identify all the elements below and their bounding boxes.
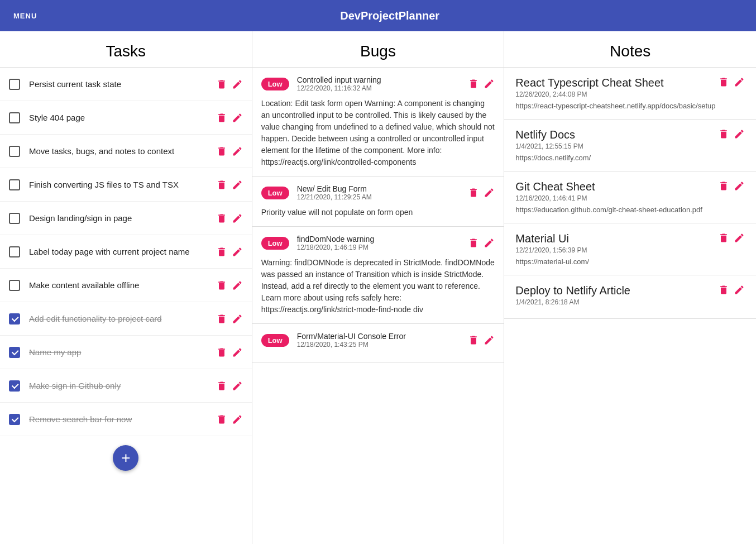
task-checkbox[interactable] — [9, 380, 20, 392]
bug-delete-button[interactable] — [468, 78, 479, 89]
note-item: React Typescript Cheat Sheet12/26/2020, … — [504, 68, 756, 120]
task-edit-button[interactable] — [232, 380, 243, 392]
task-item: Add edit functionality to project card — [0, 302, 252, 336]
note-actions — [718, 232, 745, 244]
task-checkbox[interactable] — [9, 79, 20, 90]
task-checkbox[interactable] — [9, 146, 20, 157]
task-label: Name my app — [29, 347, 216, 357]
bug-title: Controlled input warning — [297, 75, 468, 84]
task-edit-button[interactable] — [232, 179, 243, 190]
task-checkbox[interactable] — [9, 213, 20, 224]
task-delete-button[interactable] — [216, 280, 227, 291]
task-item: Make sign in Github only — [0, 369, 252, 403]
bug-edit-button[interactable] — [484, 335, 495, 346]
notes-list: React Typescript Cheat Sheet12/26/2020, … — [504, 68, 756, 544]
task-delete-button[interactable] — [216, 146, 227, 157]
bug-title-block: Controlled input warning12/22/2020, 11:1… — [297, 75, 468, 92]
task-actions — [216, 280, 243, 291]
bug-priority-badge: Low — [261, 334, 289, 347]
task-actions — [216, 414, 243, 425]
task-label: Make sign in Github only — [29, 381, 216, 390]
task-item: Finish converting JS files to TS and TSX — [0, 168, 252, 202]
note-edit-button[interactable] — [734, 232, 745, 244]
task-actions — [216, 213, 243, 224]
bug-edit-button[interactable] — [484, 237, 495, 249]
bug-edit-button[interactable] — [484, 78, 495, 89]
task-label: Persist current task state — [29, 79, 216, 89]
task-delete-button[interactable] — [216, 112, 227, 123]
task-actions — [216, 246, 243, 257]
task-edit-button[interactable] — [232, 213, 243, 224]
task-delete-button[interactable] — [216, 213, 227, 224]
bug-title-block: New/ Edit Bug Form12/21/2020, 11:29:25 A… — [297, 184, 468, 201]
bug-priority-badge: Low — [261, 187, 289, 199]
task-edit-button[interactable] — [232, 313, 243, 325]
note-actions — [718, 77, 745, 88]
note-item: Deploy to Netlify Article1/4/2021, 8:26:… — [504, 275, 756, 319]
bug-delete-button[interactable] — [468, 187, 479, 198]
task-label: Design landing/sign in page — [29, 213, 216, 223]
task-delete-button[interactable] — [216, 179, 227, 190]
task-delete-button[interactable] — [216, 347, 227, 358]
note-delete-button[interactable] — [718, 284, 729, 295]
task-checkbox[interactable] — [9, 246, 20, 257]
note-item: Git Cheat Sheet12/16/2020, 1:46:41 PMhtt… — [504, 171, 756, 223]
task-edit-button[interactable] — [232, 347, 243, 358]
add-task-button[interactable]: + — [113, 445, 138, 471]
task-checkbox[interactable] — [9, 313, 20, 325]
task-delete-button[interactable] — [216, 414, 227, 425]
task-delete-button[interactable] — [216, 380, 227, 392]
bug-edit-button[interactable] — [484, 187, 495, 198]
task-item: Move tasks, bugs, and notes to context — [0, 135, 252, 168]
bug-header-row: LowForm/Material-UI Console Error12/18/2… — [261, 332, 495, 349]
task-item: Name my app — [0, 336, 252, 369]
task-checkbox[interactable] — [9, 112, 20, 123]
task-checkbox[interactable] — [9, 347, 20, 358]
note-delete-button[interactable] — [718, 180, 729, 192]
bug-title: New/ Edit Bug Form — [297, 184, 468, 193]
task-label: Move tasks, bugs, and notes to context — [29, 146, 216, 156]
task-edit-button[interactable] — [232, 280, 243, 291]
task-checkbox[interactable] — [9, 414, 20, 425]
task-label: Style 404 page — [29, 113, 216, 122]
tasks-list: Persist current task stateStyle 404 page… — [0, 68, 252, 544]
main-layout: Tasks Persist current task stateStyle 40… — [0, 31, 756, 544]
bugs-list: LowControlled input warning12/22/2020, 1… — [252, 68, 504, 544]
task-delete-button[interactable] — [216, 246, 227, 257]
note-title: Git Cheat Sheet — [515, 180, 718, 193]
bug-date: 12/18/2020, 1:43:25 PM — [297, 341, 468, 349]
note-delete-button[interactable] — [718, 232, 729, 244]
task-checkbox[interactable] — [9, 280, 20, 291]
bug-actions — [468, 335, 495, 346]
bugs-column: Bugs LowControlled input warning12/22/20… — [252, 31, 505, 544]
note-delete-button[interactable] — [718, 77, 729, 88]
task-checkbox[interactable] — [9, 179, 20, 190]
bug-title: findDomNode warning — [297, 235, 468, 244]
note-delete-button[interactable] — [718, 128, 729, 140]
task-edit-button[interactable] — [232, 246, 243, 257]
note-date: 12/26/2020, 2:44:08 PM — [515, 90, 718, 98]
note-title: Netlify Docs — [515, 128, 718, 141]
bug-description: Location: Edit task form open Warning: A… — [261, 98, 495, 168]
menu-button[interactable]: MENU — [13, 12, 37, 20]
task-edit-button[interactable] — [232, 112, 243, 123]
task-edit-button[interactable] — [232, 79, 243, 90]
bug-delete-button[interactable] — [468, 237, 479, 249]
note-edit-button[interactable] — [734, 128, 745, 140]
task-label: Make content available offline — [29, 280, 216, 290]
note-edit-button[interactable] — [734, 180, 745, 192]
note-header-row: Deploy to Netlify Article1/4/2021, 8:26:… — [515, 284, 745, 309]
task-edit-button[interactable] — [232, 146, 243, 157]
note-edit-button[interactable] — [734, 77, 745, 88]
note-date: 1/4/2021, 8:26:18 AM — [515, 298, 718, 306]
task-delete-button[interactable] — [216, 313, 227, 325]
bug-delete-button[interactable] — [468, 335, 479, 346]
note-edit-button[interactable] — [734, 284, 745, 295]
task-label: Finish converting JS files to TS and TSX — [29, 180, 216, 189]
task-delete-button[interactable] — [216, 79, 227, 90]
task-item: Persist current task state — [0, 68, 252, 101]
note-date: 12/16/2020, 1:46:41 PM — [515, 194, 718, 202]
task-edit-button[interactable] — [232, 414, 243, 425]
bug-actions — [468, 78, 495, 89]
task-item: Label today page with current project na… — [0, 235, 252, 269]
